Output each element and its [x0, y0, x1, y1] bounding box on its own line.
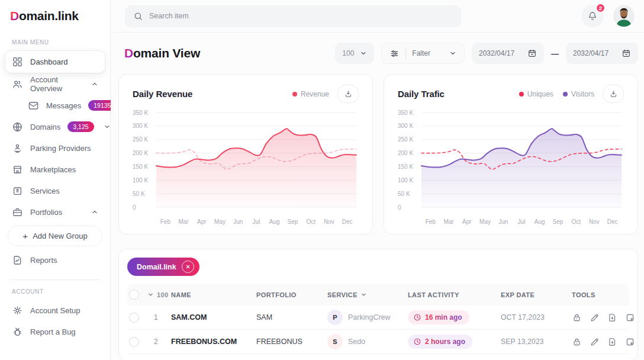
table-header-tools: TOOLS: [572, 291, 629, 298]
note-add-icon[interactable]: [625, 313, 635, 323]
chevron-up-icon: [91, 208, 98, 216]
page-head: Domain View 100 Falter 2032/04/17: [118, 43, 638, 64]
sidebar-item-messages[interactable]: Messages 19135: [21, 95, 105, 115]
sidebar-item-account-overview[interactable]: Account Overview: [5, 74, 105, 94]
svg-text:50 K: 50 K: [398, 191, 410, 197]
legend-label: Visitors: [571, 90, 594, 98]
filter-tag-label: Domail.link: [137, 263, 176, 271]
note-add-icon[interactable]: [625, 337, 635, 347]
domain-name: SAM.COM: [171, 313, 256, 322]
domains-count-badge: 3,125: [67, 121, 94, 132]
page-size-select[interactable]: 100: [335, 43, 374, 64]
svg-text:300 K: 300 K: [133, 123, 148, 129]
row-checkbox[interactable]: [129, 313, 139, 323]
page-size-value: 100: [342, 49, 354, 57]
sidebar-item-reports[interactable]: Reports: [5, 250, 105, 270]
remove-filter-button[interactable]: [182, 261, 194, 273]
table-header-exp-date: EXP DATE: [501, 291, 572, 298]
svg-text:Mar: Mar: [443, 218, 454, 225]
chevron-down-icon[interactable]: [360, 291, 367, 298]
chevron-down-icon[interactable]: [147, 291, 154, 298]
daily-traffic-chart: 350 K300 K250 K200 K150 K100 K50 K0FebMa…: [398, 108, 624, 228]
svg-text:350 K: 350 K: [398, 110, 413, 116]
svg-text:Dec: Dec: [342, 218, 353, 225]
chevron-down-icon: [360, 50, 367, 57]
table-header-last-activity: LAST ACTIVITY: [408, 291, 501, 298]
avatar[interactable]: [613, 5, 635, 27]
notification-count-badge: 2: [595, 3, 606, 13]
sidebar-item-label: Parking Providers: [30, 144, 91, 153]
download-chart-button[interactable]: [603, 85, 624, 103]
svg-text:Oct: Oct: [571, 218, 581, 225]
svg-text:250 K: 250 K: [133, 136, 148, 143]
bug-icon: [12, 326, 23, 338]
svg-text:200 K: 200 K: [133, 150, 148, 156]
legend-label: Uniques: [527, 90, 553, 98]
dashboard-grid-icon: [12, 56, 23, 68]
table-header-name: NAME: [171, 291, 256, 298]
active-filter-tag[interactable]: Domail.link: [127, 258, 199, 276]
add-new-group-button[interactable]: + Add New Group: [8, 226, 102, 246]
notifications-button[interactable]: 2: [581, 5, 604, 27]
briefcase-icon: [12, 207, 23, 218]
filter-dropdown[interactable]: Falter: [381, 43, 465, 64]
row-checkbox[interactable]: [129, 337, 139, 347]
calendar-icon: [622, 49, 631, 58]
legend-label: Revenue: [301, 90, 329, 98]
page-title-gradient-letter: D: [124, 46, 133, 60]
sidebar-item-label: Domains: [30, 123, 60, 131]
sidebar-item-account-setup[interactable]: Account Setup: [5, 300, 105, 320]
last-activity-text: 16 min ago: [425, 313, 462, 322]
svg-text:Sep: Sep: [553, 218, 564, 225]
svg-text:100 K: 100 K: [133, 177, 148, 184]
edit-pencil-icon[interactable]: [590, 337, 600, 347]
edit-pencil-icon[interactable]: [590, 313, 600, 323]
search-input[interactable]: [149, 12, 453, 20]
search-bar[interactable]: [125, 5, 461, 27]
portfolio-name: SAM: [256, 313, 327, 322]
file-plus-icon[interactable]: [607, 337, 617, 347]
search-icon: [133, 11, 143, 21]
lock-icon[interactable]: [572, 313, 582, 323]
sidebar-item-services[interactable]: Services: [5, 181, 105, 201]
daily-revenue-chart: 350 K300 K250 K200 K150 K100 K50 K0FebMa…: [133, 108, 359, 228]
lock-icon[interactable]: [572, 337, 582, 347]
download-chart-button[interactable]: [337, 85, 359, 103]
clock-icon: [413, 338, 421, 346]
svg-text:50 K: 50 K: [133, 191, 145, 197]
last-activity-pill: 16 min ago: [408, 310, 469, 324]
sidebar-item-report-a-bug[interactable]: Report a Bug: [5, 322, 105, 342]
sidebar-item-marketplaces[interactable]: Marketplaces: [5, 159, 105, 179]
page-title-text: omain View: [133, 46, 200, 60]
chevron-down-icon: [104, 123, 111, 130]
sidebar: Domain.link MAIN MENU Dashboard Account …: [0, 0, 111, 360]
select-all-checkbox[interactable]: [129, 290, 139, 300]
sidebar-item-label: Messages: [46, 101, 81, 110]
svg-text:Apr: Apr: [462, 218, 472, 225]
svg-text:May: May: [479, 218, 491, 225]
svg-text:May: May: [214, 218, 226, 225]
calendar-icon: [527, 49, 537, 58]
sidebar-item-domains[interactable]: Domains 3,125: [5, 117, 105, 137]
download-icon: [344, 89, 353, 98]
sidebar-item-dashboard[interactable]: Dashboard: [5, 51, 105, 73]
svg-text:Feb: Feb: [426, 218, 436, 225]
date-to-picker[interactable]: 2032/04/17: [566, 43, 638, 64]
logo-gradient-letter: D: [10, 9, 19, 22]
file-plus-icon[interactable]: [607, 313, 617, 323]
legend-item: Revenue: [292, 90, 329, 98]
svg-text:150 K: 150 K: [133, 163, 148, 170]
sidebar-item-parking-providers[interactable]: Parking Providers: [5, 138, 105, 158]
table-header-count: 100: [157, 291, 169, 298]
service-initial-badge: S: [327, 334, 343, 349]
service-initial-badge: P: [327, 310, 343, 325]
date-to-value: 2032/04/17: [573, 49, 608, 57]
date-from-picker[interactable]: 2032/04/17: [472, 43, 544, 64]
svg-text:Feb: Feb: [160, 218, 171, 225]
sidebar-item-label: Account Setup: [30, 306, 80, 315]
gear-icon: [12, 305, 23, 316]
table-header-row: 100 NAME PORTFOLIO SERVICE LAST ACTIVITY…: [127, 284, 629, 306]
service-name: Sedo: [348, 338, 365, 346]
sidebar-item-portfolios[interactable]: Portfolios: [5, 202, 105, 222]
svg-text:Nov: Nov: [589, 218, 600, 225]
